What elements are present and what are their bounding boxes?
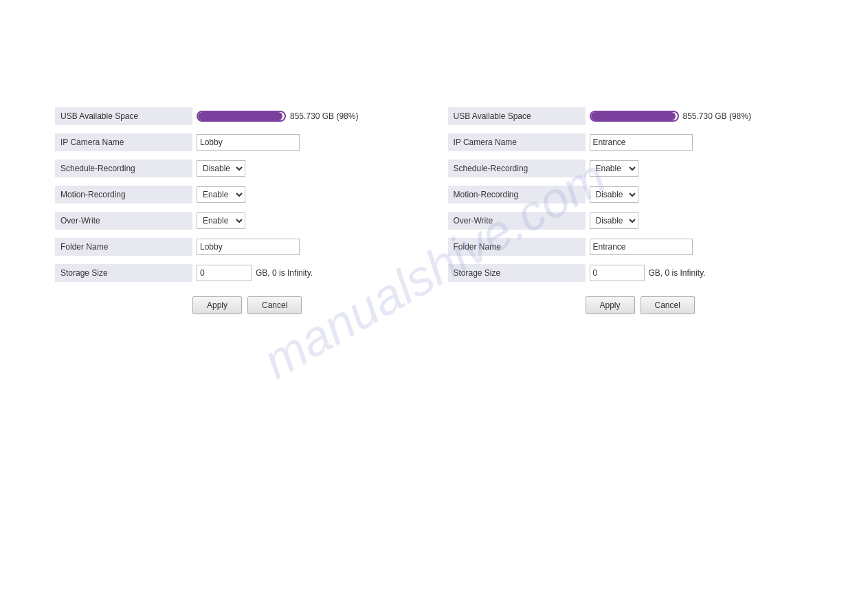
camera-name-input-1[interactable]: [197, 134, 300, 151]
storage-size-value-2: GB, 0 is Infinity.: [586, 265, 814, 281]
motion-recording-label-2: Motion-Recording: [448, 186, 586, 204]
folder-name-input-2[interactable]: [590, 239, 693, 255]
folder-name-value-2: [586, 239, 814, 255]
apply-button-2[interactable]: Apply: [586, 296, 635, 314]
motion-recording-value-1: Enable Disable: [192, 186, 421, 203]
usb-progress-fill-1: [198, 112, 282, 120]
folder-name-label-1: Folder Name: [55, 238, 192, 256]
camera-name-label-1: IP Camera Name: [55, 133, 192, 151]
storage-size-input-1[interactable]: [197, 265, 252, 281]
schedule-recording-value-2: Enable Disable: [586, 160, 814, 177]
camera-panel-2: USB Available Space 855.730 GB (98%) IP …: [448, 107, 814, 314]
usb-space-label-1: USB Available Space: [55, 107, 192, 125]
camera-panel-1: USB Available Space 855.730 GB (98%) IP …: [55, 107, 421, 314]
usb-text-2: 855.730 GB (98%): [683, 111, 751, 121]
camera-name-value-2: [586, 134, 814, 151]
storage-hint-2: GB, 0 is Infinity.: [649, 268, 706, 278]
button-row-1: Apply Cancel: [55, 296, 421, 314]
schedule-recording-label-1: Schedule-Recording: [55, 160, 192, 177]
over-write-select-1[interactable]: Enable Disable: [197, 212, 245, 229]
usb-progress-bar-1: [197, 111, 286, 122]
folder-name-value-1: [192, 239, 421, 255]
storage-size-input-2[interactable]: [590, 265, 645, 281]
over-write-value-1: Enable Disable: [192, 212, 421, 229]
schedule-recording-value-1: Disable Enable: [192, 160, 421, 177]
storage-hint-1: GB, 0 is Infinity.: [256, 268, 313, 278]
folder-name-label-2: Folder Name: [448, 238, 586, 256]
camera-name-row-2: IP Camera Name: [448, 133, 814, 152]
motion-recording-label-1: Motion-Recording: [55, 186, 192, 204]
storage-size-value-1: GB, 0 is Infinity.: [192, 265, 421, 281]
camera-name-input-2[interactable]: [590, 134, 693, 151]
button-row-2: Apply Cancel: [448, 296, 814, 314]
motion-recording-row-1: Motion-Recording Enable Disable: [55, 185, 421, 204]
camera-name-value-1: [192, 134, 421, 151]
schedule-recording-row-1: Schedule-Recording Disable Enable: [55, 159, 421, 178]
over-write-row-1: Over-Write Enable Disable: [55, 211, 421, 230]
over-write-select-2[interactable]: Disable Enable: [590, 212, 638, 229]
storage-size-label-2: Storage Size: [448, 264, 586, 282]
folder-name-input-1[interactable]: [197, 239, 300, 255]
schedule-recording-select-2[interactable]: Enable Disable: [590, 160, 638, 177]
motion-recording-select-1[interactable]: Enable Disable: [197, 186, 245, 203]
usb-progress-bar-2: [590, 111, 679, 122]
schedule-recording-label-2: Schedule-Recording: [448, 160, 586, 177]
over-write-label-2: Over-Write: [448, 212, 586, 230]
camera-name-label-2: IP Camera Name: [448, 133, 586, 151]
over-write-row-2: Over-Write Disable Enable: [448, 211, 814, 230]
usb-progress-fill-2: [591, 112, 676, 120]
motion-recording-value-2: Disable Enable: [586, 186, 814, 203]
folder-name-row-1: Folder Name: [55, 237, 421, 256]
usb-space-value-1: 855.730 GB (98%): [192, 111, 421, 122]
storage-size-row-1: Storage Size GB, 0 is Infinity.: [55, 263, 421, 283]
folder-name-row-2: Folder Name: [448, 237, 814, 256]
cancel-button-2[interactable]: Cancel: [641, 296, 695, 314]
cancel-button-1[interactable]: Cancel: [247, 296, 302, 314]
camera-name-row-1: IP Camera Name: [55, 133, 421, 152]
motion-recording-select-2[interactable]: Disable Enable: [590, 186, 638, 203]
usb-text-1: 855.730 GB (98%): [290, 111, 358, 121]
usb-space-label-2: USB Available Space: [448, 107, 586, 125]
usb-space-value-2: 855.730 GB (98%): [586, 111, 814, 122]
usb-space-row-1: USB Available Space 855.730 GB (98%): [55, 107, 421, 126]
schedule-recording-select-1[interactable]: Disable Enable: [197, 160, 245, 177]
apply-button-1[interactable]: Apply: [192, 296, 242, 314]
storage-size-label-1: Storage Size: [55, 264, 192, 282]
over-write-label-1: Over-Write: [55, 212, 192, 230]
usb-space-row-2: USB Available Space 855.730 GB (98%): [448, 107, 814, 126]
motion-recording-row-2: Motion-Recording Disable Enable: [448, 185, 814, 204]
storage-size-row-2: Storage Size GB, 0 is Infinity.: [448, 263, 814, 283]
over-write-value-2: Disable Enable: [586, 212, 814, 229]
schedule-recording-row-2: Schedule-Recording Enable Disable: [448, 159, 814, 178]
